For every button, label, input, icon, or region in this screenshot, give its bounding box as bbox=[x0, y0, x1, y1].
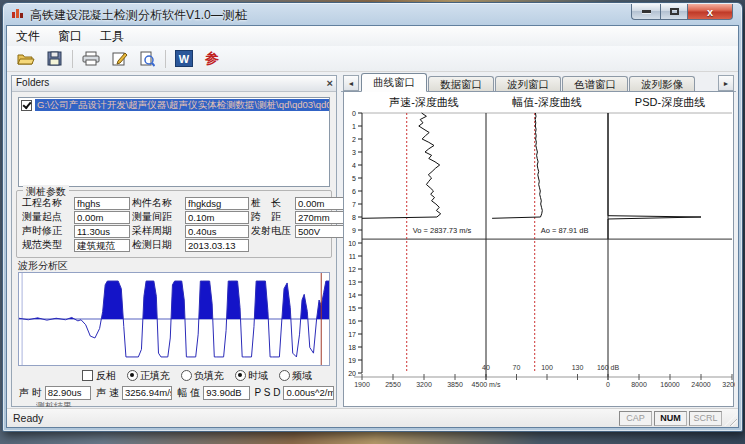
param-field[interactable]: fhgkdsg bbox=[185, 197, 249, 210]
parameters-icon: 参 bbox=[205, 50, 219, 68]
save-button[interactable] bbox=[41, 47, 67, 71]
status-indicators: CAPNUMSCRL bbox=[617, 411, 722, 426]
pile-params-groupbox: 测桩参数 工程名称fhghs构件名称fhgkdsg桩 长0.00m测量起点0.0… bbox=[16, 190, 332, 258]
param-label: 测量间距 bbox=[132, 210, 183, 224]
curve-window: 声速-深度曲线 幅值-深度曲线 PSD-深度曲线 012345678910111… bbox=[343, 91, 734, 407]
close-button[interactable]: x bbox=[688, 4, 733, 20]
param-field[interactable]: 0.00m bbox=[74, 211, 130, 224]
fill-mode-radio-icon[interactable] bbox=[181, 370, 192, 381]
folder-item[interactable]: G:\公司产品设计开发\超声仪器\超声仪实体检测数据\测桩\qd\qd03\qd… bbox=[19, 98, 329, 112]
svg-text:2: 2 bbox=[352, 136, 356, 143]
svg-text:13: 13 bbox=[348, 279, 356, 286]
svg-text:40: 40 bbox=[482, 364, 490, 371]
svg-text:1: 1 bbox=[352, 123, 356, 130]
view-domain-radio-icon[interactable] bbox=[279, 370, 290, 381]
readout-field-2[interactable]: 93.90dB bbox=[203, 386, 249, 400]
radio-view-domain-0[interactable]: 时域 bbox=[235, 369, 268, 383]
view-domain-radio-icon[interactable] bbox=[235, 370, 246, 381]
tab-spectrum-window[interactable]: 色谱窗口 bbox=[562, 76, 628, 92]
fill-mode-radio-icon[interactable] bbox=[127, 370, 138, 381]
radio-fill-mode-0[interactable]: 正填充 bbox=[127, 369, 170, 383]
status-text: Ready bbox=[13, 412, 43, 424]
param-field[interactable]: 0.40us bbox=[185, 225, 249, 238]
tab-scroll-right-button[interactable]: ► bbox=[718, 75, 734, 91]
open-file-button[interactable] bbox=[13, 47, 39, 71]
fill-mode-radio-label: 负填充 bbox=[194, 369, 224, 383]
tab-curve-window[interactable]: 曲线窗口 bbox=[361, 73, 427, 92]
status-bar: Ready CAPNUMSCRL bbox=[7, 408, 738, 427]
radio-fill-mode-1[interactable]: 负填充 bbox=[181, 369, 224, 383]
resize-grip[interactable] bbox=[724, 413, 737, 426]
readout-field-3[interactable]: 0.00us^2/m bbox=[283, 386, 334, 400]
param-field[interactable]: 11.30us bbox=[74, 225, 130, 238]
svg-text:0: 0 bbox=[352, 110, 356, 117]
invert-checkbox-control[interactable]: 反相 bbox=[80, 369, 116, 383]
param-label: 采样周期 bbox=[132, 224, 183, 238]
waveform-svg bbox=[19, 273, 329, 365]
radio-view-domain-1[interactable]: 频域 bbox=[279, 369, 312, 383]
close-icon: x bbox=[707, 6, 713, 18]
workspace: Folders × G:\公司产品设计开发\超声仪器\超声仪实体检测数据\测桩\… bbox=[7, 72, 738, 409]
tab-wave-image[interactable]: 波列影像 bbox=[629, 76, 695, 92]
param-label: 规范类型 bbox=[22, 238, 72, 252]
menu-bar: 文件 窗口 工具 bbox=[7, 26, 738, 47]
readout-field-1[interactable]: 3256.94m/s bbox=[122, 386, 173, 400]
menu-file[interactable]: 文件 bbox=[7, 26, 49, 47]
desktop-background: 高铁建设混凝土检测分析软件V1.0—测桩 x 文件 窗口 工具 bbox=[0, 0, 745, 444]
folder-checkbox[interactable] bbox=[21, 100, 32, 111]
svg-text:3850: 3850 bbox=[447, 381, 463, 388]
clipped-text: 测桩结果 bbox=[36, 402, 72, 407]
app-waveform-icon bbox=[11, 7, 25, 21]
tab-scroll-left-button[interactable]: ◄ bbox=[343, 75, 359, 91]
svg-text:19: 19 bbox=[348, 357, 356, 364]
menu-tools[interactable]: 工具 bbox=[91, 26, 133, 47]
window-title: 高铁建设混凝土检测分析软件V1.0—测桩 bbox=[30, 7, 247, 24]
parameters-button[interactable]: 参 bbox=[199, 47, 225, 71]
print-preview-button[interactable] bbox=[134, 47, 160, 71]
folders-pane-close-icon[interactable]: × bbox=[327, 76, 333, 90]
readout-label-3: P S D bbox=[255, 387, 281, 398]
chart-panel: ◄ 曲线窗口数据窗口波列窗口色谱窗口波列影像 ► 声速-深度曲线 幅值-深度曲线… bbox=[341, 72, 736, 409]
velocity-chart-title: 声速-深度曲线 bbox=[359, 95, 489, 110]
param-field[interactable]: 2013.03.13 bbox=[185, 239, 249, 252]
folders-listbox[interactable]: G:\公司产品设计开发\超声仪器\超声仪实体检测数据\测桩\qd\qd03\qd… bbox=[18, 97, 330, 187]
svg-text:8000: 8000 bbox=[631, 381, 647, 388]
open-file-icon bbox=[17, 52, 35, 66]
word-export-button[interactable]: W bbox=[171, 47, 197, 71]
readout-label-1: 声 速 bbox=[96, 386, 119, 400]
svg-text:3200: 3200 bbox=[416, 381, 432, 388]
readout-field-0[interactable]: 82.90us bbox=[45, 386, 91, 400]
folders-pane-caption[interactable]: Folders × bbox=[12, 76, 336, 92]
waveform-plot[interactable] bbox=[18, 272, 330, 366]
param-label: 声时修正 bbox=[22, 224, 72, 238]
tab-data-window[interactable]: 数据窗口 bbox=[428, 76, 494, 92]
param-label: 桩 长 bbox=[251, 196, 293, 210]
folder-path-label: G:\公司产品设计开发\超声仪器\超声仪实体检测数据\测桩\qd\qd03\qd… bbox=[35, 99, 329, 111]
maximize-button[interactable] bbox=[660, 4, 688, 20]
svg-text:16000: 16000 bbox=[660, 381, 680, 388]
param-field[interactable]: 0.10m bbox=[185, 211, 249, 224]
folders-pane-title: Folders bbox=[16, 77, 49, 88]
param-label: 发射电压 bbox=[251, 224, 293, 238]
menu-window[interactable]: 窗口 bbox=[49, 26, 91, 47]
param-field[interactable]: 建筑规范 bbox=[74, 239, 130, 252]
print-button[interactable] bbox=[78, 47, 104, 71]
readout-label-0: 声 时 bbox=[19, 386, 42, 400]
svg-text:7: 7 bbox=[352, 201, 356, 208]
maximize-icon bbox=[670, 8, 679, 15]
param-field[interactable]: fhghs bbox=[74, 197, 130, 210]
minimize-button[interactable] bbox=[631, 4, 660, 20]
tab-wavelist-window[interactable]: 波列窗口 bbox=[495, 76, 561, 92]
title-bar[interactable]: 高铁建设混凝土检测分析软件V1.0—测桩 x bbox=[3, 3, 742, 25]
svg-text:100: 100 bbox=[541, 364, 553, 371]
print-setup-button[interactable] bbox=[106, 47, 132, 71]
svg-text:32000: 32000 bbox=[722, 381, 735, 388]
invert-checkbox[interactable] bbox=[82, 370, 93, 381]
depth-curves-svg: 0123456789101112131415161718192019002550… bbox=[344, 109, 735, 405]
readouts-row: 声 时82.90us声 速3256.94m/s幅 值93.90dBP S D0.… bbox=[14, 385, 334, 400]
svg-text:20: 20 bbox=[348, 370, 356, 377]
svg-text:18: 18 bbox=[348, 344, 356, 351]
svg-text:4500 m/s: 4500 m/s bbox=[472, 381, 501, 388]
svg-text:5: 5 bbox=[352, 175, 356, 182]
svg-text:130: 130 bbox=[572, 364, 584, 371]
